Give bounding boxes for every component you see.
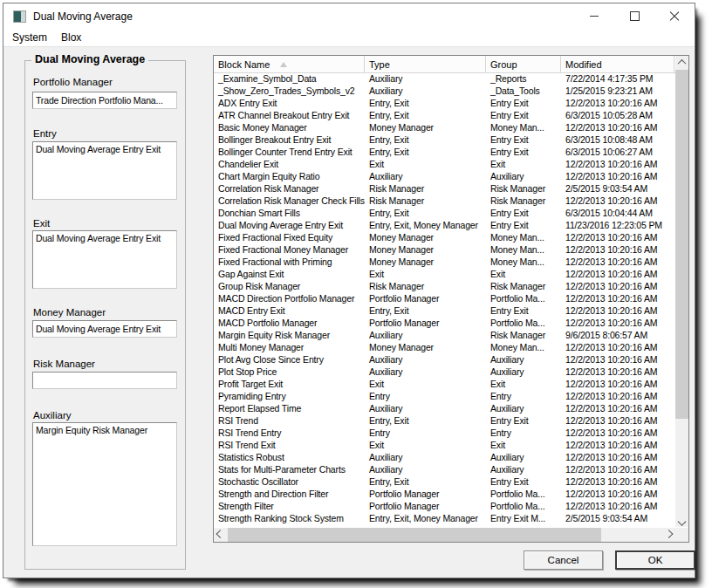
table-row[interactable]: Statistics RobustAuxiliaryAuxiliary12/2/… <box>214 451 675 463</box>
table-row[interactable]: ATR Channel Breakout Entry ExitEntry, Ex… <box>214 109 675 121</box>
table-row[interactable]: Pyramiding EntryEntryEntry12/2/2013 10:2… <box>214 390 675 402</box>
window-controls <box>574 3 695 29</box>
scroll-down-button[interactable] <box>675 514 688 527</box>
table-row[interactable]: Strength Ranking Stock SystemEntry, Exit… <box>214 512 675 524</box>
table-row[interactable]: Strength and Direction FilterPortfolio M… <box>214 488 675 500</box>
cell-block-name: Statistics Robust <box>214 451 365 463</box>
cell-type: Portfolio Manager <box>365 292 486 304</box>
cell-modified: 12/2/2013 10:20:16 AM <box>561 366 674 378</box>
cell-modified: 12/2/2013 10:20:16 AM <box>561 280 674 292</box>
table-row[interactable]: Margin Equity Risk ManagerAuxiliaryRisk … <box>214 329 675 341</box>
menu-system[interactable]: System <box>5 30 54 46</box>
scroll-up-button[interactable] <box>675 56 688 69</box>
table-row[interactable]: Chandelier ExitExitExit12/2/2013 10:20:1… <box>214 158 675 170</box>
chevron-up-icon <box>678 59 687 68</box>
cell-group: _Reports <box>486 72 561 85</box>
table-row[interactable]: Profit Target ExitExitExit12/2/2013 10:2… <box>214 378 675 390</box>
table-row[interactable]: RSI TrendEntry, ExitEntry Exit12/2/2013 … <box>214 414 675 427</box>
scroll-left-button[interactable] <box>214 528 227 542</box>
minimize-button[interactable] <box>574 3 614 29</box>
table-row[interactable]: RSI Trend ExitExitExit12/2/2013 10:20:16… <box>214 439 675 451</box>
cell-block-name: MACD Entry Exit <box>214 304 365 317</box>
cell-type: Auxiliary <box>365 402 486 414</box>
portfolio-manager-label: Portfolio Manager <box>33 77 113 87</box>
table-row[interactable]: Fixed Fractional with PrimingMoney Manag… <box>214 256 675 268</box>
cell-block-name: Profit Target Exit <box>214 378 365 390</box>
list-item[interactable]: Dual Moving Average Entry Exit <box>36 233 174 244</box>
table-row[interactable]: Fixed Fractional Money ManagerMoney Mana… <box>214 243 675 256</box>
auxiliary-listbox[interactable]: Margin Equity Risk Manager <box>32 422 177 546</box>
risk-manager-input[interactable] <box>32 372 177 389</box>
cell-modified: 12/2/2013 10:20:16 AM <box>561 500 674 512</box>
menu-blox[interactable]: Blox <box>54 30 88 46</box>
cell-modified: 12/2/2013 10:20:16 AM <box>561 158 674 170</box>
table-row[interactable]: Correlation Risk Manager Check FillsRisk… <box>214 195 675 207</box>
table-row[interactable]: Report Elapsed TimeAuxiliaryAuxiliary12/… <box>214 402 675 414</box>
table-row[interactable]: ADX Entry ExitEntry, ExitEntry Exit12/2/… <box>214 97 675 109</box>
client-area: Dual Moving Average Portfolio Manager En… <box>3 46 695 578</box>
column-header-group[interactable]: Group <box>486 56 561 72</box>
cell-block-name: Strength Ranking Stock System <box>214 512 365 524</box>
cell-group: Entry <box>486 390 561 402</box>
table-row[interactable]: Multi Money ManagerMoney ManagerMoney Ma… <box>214 341 675 353</box>
cell-block-name: ATR Channel Breakout Entry Exit <box>214 109 365 121</box>
portfolio-manager-input[interactable] <box>32 92 177 109</box>
cell-type: Entry, Exit <box>365 133 486 146</box>
table-row[interactable]: Donchian Smart FillsEntry, ExitEntry Exi… <box>214 207 675 219</box>
table-row[interactable]: MACD Portfolio ManagerPortfolio ManagerP… <box>214 317 675 329</box>
cell-type: Entry <box>365 427 486 439</box>
app-icon <box>13 10 26 23</box>
table-row[interactable]: MACD Direction Portfolio ManagerPortfoli… <box>214 292 675 304</box>
table-row[interactable]: Bollinger Breakout Entry ExitEntry, Exit… <box>214 133 675 146</box>
list-item[interactable]: Dual Moving Average Entry Exit <box>36 144 174 155</box>
cell-modified: 12/2/2013 10:20:16 AM <box>561 304 674 317</box>
table-row[interactable]: Strength FilterPortfolio ManagerPortfoli… <box>214 500 675 512</box>
table-row[interactable]: Stochastic OscillatorEntry, ExitEntry Ex… <box>214 475 675 488</box>
scroll-right-button[interactable] <box>662 528 675 542</box>
table-row[interactable]: Chart Margin Equity RatioAuxiliaryAuxili… <box>214 170 675 182</box>
vertical-scrollbar[interactable] <box>675 56 688 527</box>
table-row[interactable]: MACD Entry ExitEntry, ExitEntry Exit12/2… <box>214 304 675 317</box>
column-header-block-name[interactable]: Block Name <box>214 56 365 72</box>
cell-block-name: Basic Money Manager <box>214 121 365 133</box>
vertical-scrollbar-thumb[interactable] <box>675 70 688 419</box>
table-row[interactable]: Stats for Multi-Parameter ChartsAuxiliar… <box>214 463 675 475</box>
table-row[interactable]: RSI Trend EntryEntryEntry12/2/2013 10:20… <box>214 427 675 439</box>
entry-listbox[interactable]: Dual Moving Average Entry Exit <box>32 141 177 200</box>
cell-block-name: Margin Equity Risk Manager <box>214 329 365 341</box>
chevron-down-icon <box>678 517 687 526</box>
ok-button[interactable]: OK <box>615 550 695 570</box>
cell-block-name: Multi Money Manager <box>214 341 365 353</box>
cell-block-name: Strength Filter <box>214 500 365 512</box>
table-row[interactable]: Dual Moving Average Entry ExitEntry, Exi… <box>214 219 675 231</box>
table-row[interactable]: _Examine_Symbol_DataAuxiliary_Reports7/2… <box>214 72 675 85</box>
table-row[interactable]: Bollinger Counter Trend Entry ExitEntry,… <box>214 146 675 158</box>
table-row[interactable]: Plot Stop PriceAuxiliaryAuxiliary12/2/20… <box>214 366 675 378</box>
cell-block-name: Correlation Risk Manager Check Fills <box>214 195 365 207</box>
cell-type: Entry <box>365 390 486 402</box>
horizontal-scrollbar-thumb[interactable] <box>228 528 601 542</box>
table-row[interactable]: Basic Money ManagerMoney ManagerMoney Ma… <box>214 121 675 133</box>
cell-modified: 12/2/2013 10:20:16 AM <box>561 195 674 207</box>
cell-group: Money Man... <box>486 231 561 243</box>
maximize-button[interactable] <box>614 3 654 29</box>
cell-type: Auxiliary <box>365 170 486 182</box>
cell-group: Entry Exit <box>486 97 561 109</box>
cell-modified: 6/3/2015 10:05:28 AM <box>561 109 674 121</box>
table-row[interactable]: Plot Avg Close Since EntryAuxiliaryAuxil… <box>214 353 675 366</box>
cell-modified: 12/2/2013 10:20:16 AM <box>561 170 674 182</box>
column-header-type[interactable]: Type <box>365 56 486 72</box>
horizontal-scrollbar[interactable] <box>214 528 675 542</box>
list-item[interactable]: Margin Equity Risk Manager <box>36 425 174 436</box>
cancel-button[interactable]: Cancel <box>524 550 603 570</box>
cell-modified: 12/2/2013 10:20:16 AM <box>561 439 674 451</box>
table-row[interactable]: Fixed Fractional Fixed EquityMoney Manag… <box>214 231 675 243</box>
column-header-modified[interactable]: Modified <box>561 56 674 72</box>
table-row[interactable]: _Show_Zero_Trades_Symbols_v2Auxiliary_Da… <box>214 85 675 97</box>
exit-listbox[interactable]: Dual Moving Average Entry Exit <box>32 230 177 289</box>
table-row[interactable]: Gap Against ExitExitExit12/2/2013 10:20:… <box>214 268 675 280</box>
close-button[interactable] <box>654 3 695 29</box>
table-row[interactable]: Group Risk ManagerRisk ManagerRisk Manag… <box>214 280 675 292</box>
money-manager-input[interactable] <box>32 320 177 338</box>
table-row[interactable]: Correlation Risk ManagerRisk ManagerRisk… <box>214 182 675 195</box>
